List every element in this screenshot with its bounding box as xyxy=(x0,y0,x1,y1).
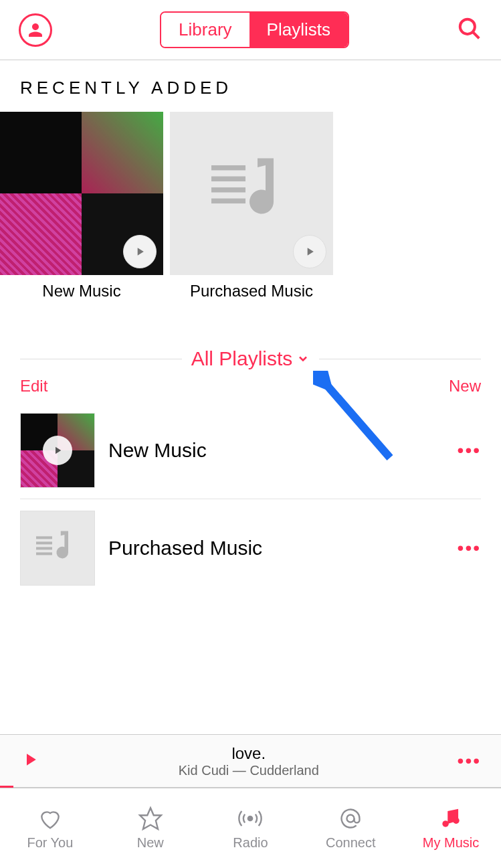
tab-label: Radio xyxy=(233,835,268,851)
recently-added-heading: RECENTLY ADDED xyxy=(0,78,501,112)
svg-point-0 xyxy=(460,19,475,33)
tab-my-music[interactable]: My Music xyxy=(401,788,501,868)
tab-label: For You xyxy=(27,835,73,851)
playlist-row[interactable]: Purchased Music ••• xyxy=(20,499,481,596)
playlist-list: New Music ••• Purchased Music ••• xyxy=(0,402,501,596)
search-button[interactable] xyxy=(457,16,482,44)
edit-button[interactable]: Edit xyxy=(20,377,47,396)
more-button[interactable]: ••• xyxy=(458,537,481,559)
recently-added-shelf[interactable]: New Music Purchased Music xyxy=(0,112,501,300)
segment-playlists[interactable]: Playlists xyxy=(249,13,348,47)
playlist-actions-row: Edit New xyxy=(0,370,501,402)
profile-button[interactable] xyxy=(19,13,52,47)
album-art xyxy=(0,112,163,275)
star-icon xyxy=(138,806,163,831)
tab-radio[interactable]: Radio xyxy=(201,788,301,868)
playlist-filter-row: All Playlists xyxy=(20,347,481,370)
more-button[interactable]: ••• xyxy=(458,440,481,461)
playlist-thumb xyxy=(20,511,95,586)
heart-icon xyxy=(37,806,63,831)
playlist-thumb xyxy=(20,413,95,488)
tab-connect[interactable]: Connect xyxy=(300,788,401,868)
play-icon xyxy=(20,750,40,770)
card-label: New Music xyxy=(0,275,163,300)
svg-point-14 xyxy=(442,820,449,827)
svg-point-13 xyxy=(347,814,355,822)
playlist-row[interactable]: New Music ••• xyxy=(20,402,481,499)
recently-added-card[interactable]: New Music xyxy=(0,112,163,300)
svg-rect-2 xyxy=(211,165,245,171)
svg-marker-11 xyxy=(140,808,161,829)
svg-rect-4 xyxy=(211,187,245,193)
music-note-icon xyxy=(438,806,464,831)
main-content: RECENTLY ADDED New Music Purchased xyxy=(0,60,501,596)
segment-library[interactable]: Library xyxy=(161,13,249,47)
now-playing-info: love. Kid Cudi — Cudderland xyxy=(40,744,458,778)
svg-rect-6 xyxy=(36,536,52,539)
playlist-filter-label: All Playlists xyxy=(191,347,293,370)
play-icon xyxy=(303,245,316,258)
play-button[interactable] xyxy=(20,750,40,772)
card-play-button[interactable] xyxy=(123,235,157,268)
svg-point-15 xyxy=(453,817,460,824)
play-icon xyxy=(52,444,64,456)
svg-rect-3 xyxy=(211,177,245,182)
svg-rect-8 xyxy=(36,547,52,549)
radio-icon xyxy=(237,806,263,831)
tab-for-you[interactable]: For You xyxy=(0,788,100,868)
at-icon xyxy=(338,806,363,831)
svg-rect-7 xyxy=(36,541,52,544)
svg-rect-9 xyxy=(36,552,52,555)
play-icon xyxy=(133,245,146,258)
card-play-button[interactable] xyxy=(293,235,326,268)
svg-line-1 xyxy=(473,31,480,38)
now-playing-bar[interactable]: love. Kid Cudi — Cudderland ••• xyxy=(0,734,501,788)
playlist-title: Purchased Music xyxy=(108,537,444,559)
chevron-down-icon xyxy=(296,352,310,365)
tab-bar: For You New Radio Connect My Music xyxy=(0,788,501,868)
tab-new[interactable]: New xyxy=(100,788,201,868)
tab-label: Connect xyxy=(326,835,376,851)
now-playing-subtitle: Kid Cudi — Cudderland xyxy=(40,763,458,778)
now-playing-more-button[interactable]: ••• xyxy=(458,750,481,772)
album-art xyxy=(170,112,333,275)
music-list-placeholder-icon xyxy=(201,143,302,244)
playlist-filter-dropdown[interactable]: All Playlists xyxy=(182,347,320,370)
recently-added-card[interactable]: Purchased Music xyxy=(170,112,333,300)
music-list-placeholder-icon xyxy=(31,521,84,575)
new-button[interactable]: New xyxy=(449,377,481,396)
playlist-title: New Music xyxy=(108,439,444,462)
svg-point-12 xyxy=(248,816,252,820)
card-label: Purchased Music xyxy=(170,275,333,300)
library-playlists-segmented-control: Library Playlists xyxy=(160,11,349,48)
now-playing-title: love. xyxy=(40,744,458,763)
person-icon xyxy=(25,20,45,40)
tab-label: New xyxy=(137,835,164,851)
search-icon xyxy=(457,16,482,41)
row-play-button[interactable] xyxy=(43,436,72,465)
tab-label: My Music xyxy=(423,835,479,851)
svg-rect-5 xyxy=(211,199,245,204)
top-bar: Library Playlists xyxy=(0,0,501,60)
